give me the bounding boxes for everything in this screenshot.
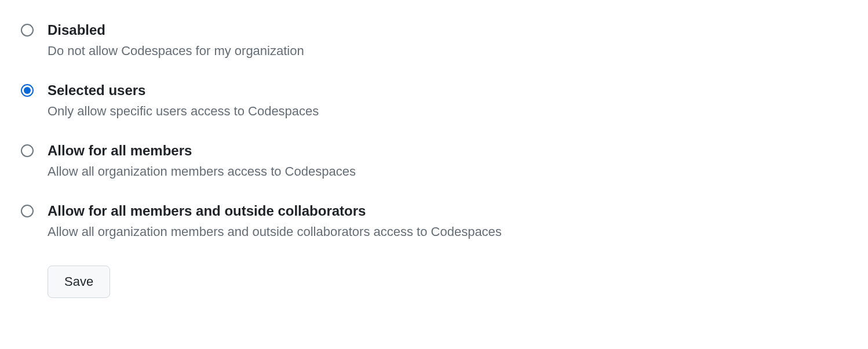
radio-option-disabled[interactable]: Disabled Do not allow Codespaces for my … [21, 21, 847, 60]
radio-option-all-members-and-collaborators[interactable]: Allow for all members and outside collab… [21, 202, 847, 241]
radio-description: Allow all organization members and outsi… [48, 223, 502, 241]
radio-icon [21, 84, 34, 97]
radio-description: Allow all organization members access to… [48, 163, 356, 181]
actions-row: Save [48, 266, 847, 298]
radio-title: Allow for all members [48, 141, 356, 159]
radio-text: Selected users Only allow specific users… [48, 81, 319, 121]
radio-title: Selected users [48, 81, 319, 99]
radio-title: Disabled [48, 21, 304, 39]
radio-text: Disabled Do not allow Codespaces for my … [48, 21, 304, 60]
radio-option-selected-users[interactable]: Selected users Only allow specific users… [21, 81, 847, 121]
radio-icon [21, 24, 34, 37]
save-button[interactable]: Save [48, 266, 110, 298]
codespaces-access-radio-group: Disabled Do not allow Codespaces for my … [21, 21, 847, 241]
radio-description: Do not allow Codespaces for my organizat… [48, 42, 304, 60]
radio-option-all-members[interactable]: Allow for all members Allow all organiza… [21, 141, 847, 181]
radio-title: Allow for all members and outside collab… [48, 202, 502, 220]
radio-text: Allow for all members Allow all organiza… [48, 141, 356, 181]
radio-text: Allow for all members and outside collab… [48, 202, 502, 241]
radio-description: Only allow specific users access to Code… [48, 103, 319, 121]
radio-icon [21, 144, 34, 157]
radio-icon [21, 205, 34, 217]
